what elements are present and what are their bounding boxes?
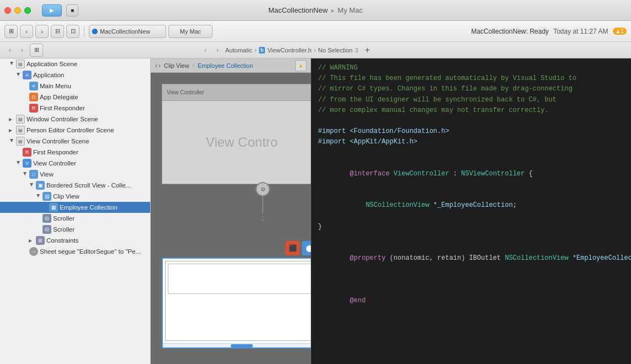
toolbar-back-btn[interactable]: ‹: [20, 25, 33, 38]
canvas-forward-btn[interactable]: ›: [158, 62, 161, 69]
toolbar-view2-btn[interactable]: ⊡: [66, 25, 79, 38]
sidebar-item-employee-collection[interactable]: ▶ ▦ Employee Collection: [0, 202, 150, 213]
triangle-app-delegate: ▶: [22, 95, 28, 100]
vc-canvas: View Contro: [162, 101, 311, 184]
icon-employee-collection: ▦: [49, 203, 58, 212]
toolbar-forward-btn[interactable]: ›: [35, 25, 49, 38]
label-clip-view: Clip View: [53, 193, 79, 200]
title-separator: ▸: [331, 7, 335, 14]
label-constraints: Constraints: [46, 237, 78, 244]
code-line-2: // This file has been generated automati…: [318, 73, 624, 84]
icon-app-scene: ▤: [16, 60, 25, 68]
canvas-nav-arrows: ‹ ›: [155, 62, 161, 69]
nav-arrows: ‹ ›: [4, 45, 28, 56]
nav-back-arrow[interactable]: ‹: [4, 45, 15, 56]
triangle-sheet-segue: ▶: [22, 249, 28, 254]
sidebar-item-main-menu[interactable]: ▶ ≡ Main Menu: [0, 81, 150, 92]
canvas-warn-btn[interactable]: ▲: [295, 60, 306, 71]
view-controller-box: View Controller View Contro: [162, 84, 311, 184]
sidebar-item-window-controller-scene[interactable]: ▶ ▤ Window Controller Scene: [0, 114, 150, 125]
warn-icon: ▲: [298, 62, 304, 68]
titlebar-center: MacCollectionNew ▸ My Mac: [268, 6, 363, 14]
label-application: Application: [33, 72, 64, 78]
code-colon: :: [449, 170, 462, 178]
code-nav-arrows: ‹ ›: [200, 45, 223, 56]
code-line-3: // mirror C# types. Changes in this file…: [318, 84, 624, 94]
triangle-person-editor-scene: ▶: [9, 128, 14, 133]
icon-sheet-segue: →: [29, 247, 38, 256]
sidebar-item-scroller2[interactable]: ▶ ⊟ Scroller: [0, 224, 150, 235]
icon-window-controller-scene: ▤: [16, 115, 25, 124]
sidebar-item-app-scene[interactable]: ▶ ▤ Application Scene: [0, 58, 150, 69]
icon-view: □: [29, 170, 38, 179]
code-nav-back[interactable]: ‹: [200, 45, 211, 56]
breadcrumb-no-selection[interactable]: No Selection: [318, 47, 352, 53]
triangle-scroller2: ▶: [35, 227, 41, 232]
label-app-scene: Application Scene: [26, 61, 77, 67]
sidebar-item-application[interactable]: ▶ A Application: [0, 69, 150, 81]
triangle-view-controller-scene: ▶: [9, 138, 14, 144]
connector-line: [262, 196, 263, 213]
stop-button[interactable]: ■: [66, 4, 78, 17]
breadcrumb-sep1: ›: [254, 46, 257, 54]
toolbar-grid-btn[interactable]: ⊞: [4, 25, 18, 38]
toolbar-view1-btn[interactable]: ⊟: [51, 25, 64, 38]
icon-person-editor-scene: ▤: [16, 126, 25, 135]
collection-cube-btn[interactable]: ⬛: [285, 241, 300, 255]
label-window-controller-scene: Window Controller Scene: [26, 116, 98, 122]
sidebar-item-person-editor-scene[interactable]: ▶ ▤ Person Editor Controller Scene: [0, 125, 150, 136]
label-first-responder-vc: First Responder: [33, 149, 78, 156]
code-line-blank2: [318, 148, 624, 158]
warning-badge[interactable]: ▲1: [613, 28, 627, 35]
close-button[interactable]: [4, 7, 11, 14]
sidebar-item-view-controller[interactable]: ▶ V View Controller: [0, 158, 150, 169]
code-property-name: *EmployeeCollection: [569, 254, 631, 262]
code-line-4: // from the UI designer will be synchron…: [318, 95, 624, 105]
canvas-breadcrumb-employee-collection[interactable]: Employee Collection: [198, 62, 253, 69]
label-scroller2: Scroller: [53, 226, 75, 233]
stop-icon: ■: [71, 7, 74, 13]
canvas-back-btn[interactable]: ‹: [155, 62, 157, 69]
minimize-button[interactable]: [14, 7, 21, 14]
triangle-view-controller: ▶: [16, 160, 21, 166]
collection-nested: [168, 264, 311, 294]
scroll-thumb: [231, 344, 253, 347]
triangle-app-scene: ▶: [9, 61, 14, 67]
breadcrumb-file-icon: h: [259, 47, 266, 53]
canvas-breadcrumb-clip-view[interactable]: Clip View: [164, 62, 189, 69]
sidebar-item-constraints[interactable]: ▶ ⊞ Constraints: [0, 235, 150, 246]
connector-circle: ⚙: [256, 182, 270, 196]
breadcrumb-filename[interactable]: ViewController.h: [267, 47, 311, 53]
status-date: Today at 11:27 AM: [553, 28, 608, 35]
toolbar-scheme-btn[interactable]: 🔵MacCollectionNew: [89, 25, 166, 38]
sidebar-item-first-responder-vc[interactable]: ▶ R First Responder: [0, 147, 150, 158]
sidebar-item-app-delegate[interactable]: ▶ D App Delegate: [0, 92, 150, 103]
toolbar-device-btn[interactable]: My Mac: [168, 25, 213, 38]
code-ivar-type: NSCollectionView: [350, 201, 433, 209]
sidebar-item-view-controller-scene[interactable]: ▶ ▤ View Controller Scene: [0, 136, 150, 147]
triangle-scroller1: ▶: [35, 216, 41, 221]
maximize-button[interactable]: [24, 7, 31, 14]
collection-circle-btn[interactable]: ⬤: [302, 241, 311, 255]
code-property-attrs: (nonatomic, retain) IBOutlet: [390, 254, 505, 262]
code-keyword-interface: @interface: [350, 170, 394, 178]
sidebar-item-clip-view[interactable]: ▶ ▤ Clip View: [0, 191, 150, 202]
triangle-application: ▶: [16, 72, 21, 78]
sidebar-item-view[interactable]: ▶ □ View: [0, 169, 150, 180]
connector-arrow-icon: ↓: [261, 213, 266, 223]
sidebar: ▶ ▤ Application Scene ▶ A Application ▶ …: [0, 58, 151, 364]
sidebar-item-bordered-scroll-view[interactable]: ▶ ▣ Bordered Scroll View - Colle...: [0, 180, 150, 191]
toolbar-grid-view-btn[interactable]: ⊞: [30, 44, 43, 57]
sidebar-item-sheet-segue[interactable]: ▶ → Sheet segue "EditorSegue" to "Pe...: [0, 246, 150, 257]
code-add-button[interactable]: +: [365, 45, 370, 55]
sidebar-item-first-responder-app[interactable]: ▶ R First Responder: [0, 103, 150, 114]
nav-forward-arrow[interactable]: ›: [17, 45, 28, 56]
collection-scroll-bar: [163, 343, 311, 347]
icon-constraints: ⊞: [36, 236, 45, 245]
icon-bordered-scroll-view: ▣: [36, 181, 45, 190]
code-nav-forward[interactable]: ›: [212, 45, 223, 56]
sidebar-item-scroller1[interactable]: ▶ ⊟ Scroller: [0, 213, 150, 224]
play-button[interactable]: ▶: [42, 4, 62, 17]
vc-canvas-label: View Contro: [206, 135, 278, 150]
breadcrumb-automatic[interactable]: Automatic: [225, 47, 252, 53]
